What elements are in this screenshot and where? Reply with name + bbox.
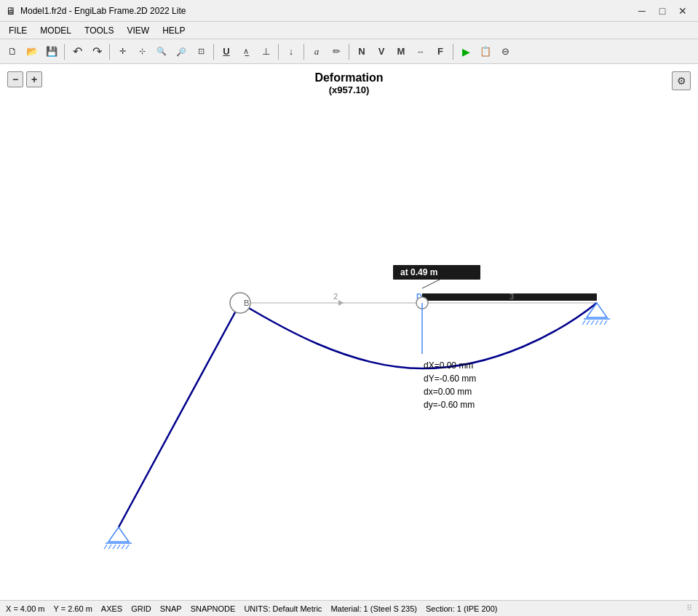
axes-label: AXES [101,604,122,613]
structure-diagram: B D 2 3 at 0.49 [0,64,698,600]
arrow-button[interactable]: ↔ [411,42,430,61]
zoom-out-button[interactable]: 🔍 [172,42,191,61]
svg-text:B: B [244,299,249,307]
svg-line-13 [104,545,107,549]
menu-bar: FILE MODEL TOOLS VIEW HELP [0,22,698,39]
canvas-area[interactable]: Deformation (x957.10) − + ⚙ B D 2 3 [0,64,698,600]
open-button[interactable]: 📂 [23,42,41,61]
save-button[interactable]: 💾 [42,42,61,61]
maximize-button[interactable]: □ [653,3,672,19]
svg-marker-11 [108,527,129,542]
sep5 [304,44,304,60]
menu-model[interactable]: MODEL [34,23,77,39]
svg-text:dx=0.00 mm: dx=0.00 mm [424,387,472,397]
section-button[interactable]: ✏ [327,42,346,61]
svg-line-21 [582,320,585,325]
zoom-plus-button[interactable]: + [26,71,42,87]
snap-button2[interactable]: ⊹ [132,42,151,61]
svg-line-24 [595,320,598,325]
svg-line-26 [604,320,607,325]
app-icon: 🖥 [6,5,16,17]
title-bar: 🖥 Model1.fr2d - EngiLab Frame.2D 2022 Li… [0,0,698,22]
svg-line-18 [126,545,129,549]
minimize-button[interactable]: ─ [632,3,651,19]
svg-line-22 [587,320,590,325]
y-coord: Y = 2.60 m [54,604,92,613]
support-roller-button[interactable]: ⊥ [256,42,275,61]
units-label: UNITS: Default Metric [244,604,322,613]
run-button[interactable]: ▶ [456,42,475,61]
member-button[interactable]: V [372,42,391,61]
svg-line-15 [113,545,116,549]
svg-text:at 0.49 m: at 0.49 m [400,267,437,277]
load-button[interactable]: ↓ [282,42,301,61]
svg-marker-1 [338,300,344,306]
material-label: Material: 1 (Steel S 235) [330,604,417,613]
svg-line-16 [117,545,120,549]
sep3 [213,44,214,60]
resize-grip: ⠿ [686,604,692,613]
svg-line-25 [600,320,603,325]
svg-text:dY=-0.60 mm: dY=-0.60 mm [424,374,476,384]
node-button[interactable]: N [352,42,371,61]
redo-button[interactable]: ↷ [87,42,106,61]
toolbar: 🗋 📂 💾 ↶ ↷ ✛ ⊹ 🔍 🔍 ⊡ U ∧̲ ⊥ ↓ a ✏ N V M ↔… [0,39,698,64]
sep1 [64,44,65,60]
sep4 [278,44,279,60]
new-button[interactable]: 🗋 [3,42,22,61]
snap-button1[interactable]: ✛ [113,42,132,61]
zoom-in-button[interactable]: 🔍 [152,42,171,61]
settings-button[interactable]: ⚙ [672,71,691,90]
svg-text:dy=-0.60 mm: dy=-0.60 mm [424,400,475,410]
svg-line-17 [122,545,124,549]
status-bar: X = 4.00 m Y = 2.60 m AXES GRID SNAP SNA… [0,600,698,616]
window-title: Model1.fr2d - EngiLab Frame.2D 2022 Lite [20,6,186,16]
support-u-button[interactable]: U [217,42,236,61]
svg-line-23 [591,320,594,325]
title-bar-controls: ─ □ ✕ [632,3,692,19]
snap-label: SNAP [160,604,182,613]
svg-text:dX=0.00 mm: dX=0.00 mm [424,360,473,371]
menu-help[interactable]: HELP [156,23,191,39]
svg-text:2: 2 [333,292,338,301]
moment-button[interactable]: M [392,42,411,61]
force-button[interactable]: F [431,42,450,61]
close-button[interactable]: ✕ [673,3,692,19]
sep7 [453,44,453,60]
title-bar-left: 🖥 Model1.fr2d - EngiLab Frame.2D 2022 Li… [6,5,186,17]
zoom-fit-button[interactable]: ⊡ [191,42,210,61]
section-label: Section: 1 (IPE 200) [426,604,497,613]
info-button[interactable]: ⊖ [496,42,515,61]
svg-marker-19 [587,303,607,317]
svg-text:3: 3 [509,292,514,301]
report-button[interactable]: 📋 [476,42,495,61]
x-coord: X = 4.00 m [6,604,45,613]
snapnode-label: SNAPNODE [191,604,236,613]
svg-line-3 [119,303,240,527]
svg-line-14 [108,545,111,549]
canvas-controls: − + [7,71,42,87]
menu-tools[interactable]: TOOLS [79,23,119,39]
menu-file[interactable]: FILE [3,23,33,39]
grid-label: GRID [131,604,151,613]
zoom-minus-button[interactable]: − [7,71,23,87]
menu-view[interactable]: VIEW [122,23,156,39]
support-pin-button[interactable]: ∧̲ [237,42,255,61]
sep6 [349,44,349,60]
undo-button[interactable]: ↶ [68,42,87,61]
material-button[interactable]: a [307,42,326,61]
sep2 [109,44,110,60]
